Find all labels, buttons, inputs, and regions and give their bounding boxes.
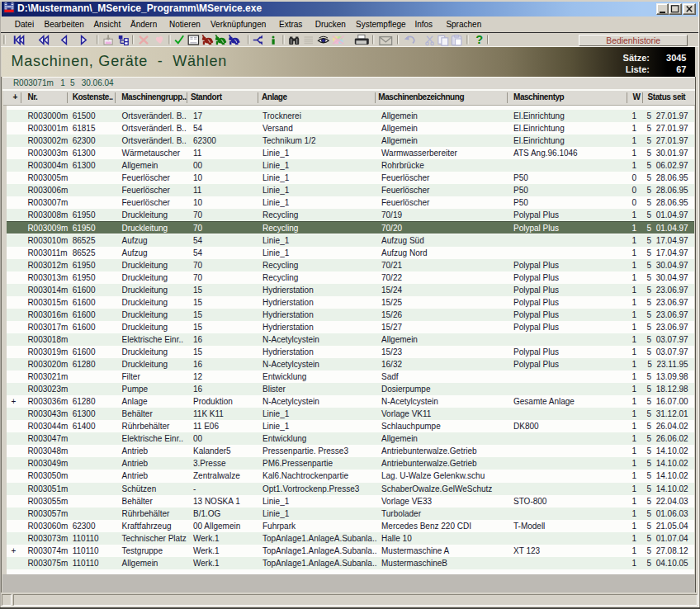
svg-text:?: ? xyxy=(475,33,483,46)
